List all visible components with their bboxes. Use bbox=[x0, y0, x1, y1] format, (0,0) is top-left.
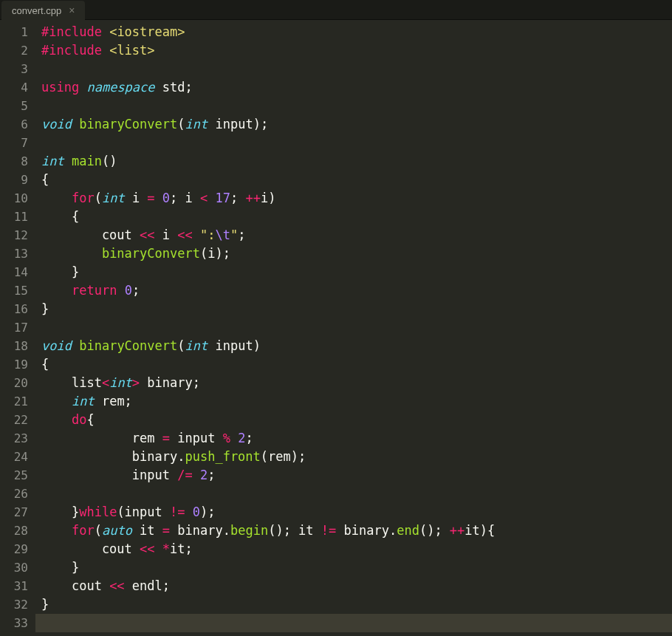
code-token: ": bbox=[200, 228, 215, 242]
code-token: auto bbox=[102, 523, 132, 538]
code-token bbox=[72, 338, 79, 353]
code-token bbox=[41, 523, 72, 538]
code-token: i bbox=[155, 228, 178, 242]
code-token: } bbox=[41, 597, 49, 612]
code-token: void bbox=[41, 117, 72, 131]
code-line: do{ bbox=[41, 411, 672, 429]
code-token: ( bbox=[95, 191, 102, 205]
line-number: 29 bbox=[0, 540, 28, 558]
code-line: binary.push_front(rem); bbox=[41, 448, 672, 466]
tab-bar: convert.cpp × bbox=[0, 0, 672, 20]
code-token: << bbox=[177, 228, 192, 242]
code-token: end bbox=[397, 523, 419, 538]
code-token: input bbox=[41, 468, 177, 482]
code-token bbox=[72, 117, 79, 131]
line-number: 12 bbox=[0, 226, 28, 245]
line-number: 5 bbox=[0, 97, 28, 115]
line-number: 17 bbox=[0, 318, 28, 337]
code-line bbox=[41, 60, 672, 78]
file-tab[interactable]: convert.cpp × bbox=[1, 1, 85, 20]
code-line bbox=[41, 485, 672, 503]
code-token: << bbox=[109, 578, 124, 593]
code-line: return 0; bbox=[41, 281, 672, 300]
code-token: binaryConvert bbox=[79, 338, 177, 353]
code-line: cout << *it; bbox=[41, 540, 672, 558]
line-number: 9 bbox=[0, 171, 28, 189]
code-token: = bbox=[162, 431, 170, 445]
code-token: \t bbox=[215, 228, 230, 242]
code-token: #include bbox=[41, 24, 102, 39]
line-number: 23 bbox=[0, 429, 28, 448]
code-token: begin bbox=[230, 523, 268, 538]
code-token: for bbox=[72, 191, 95, 205]
line-number: 11 bbox=[0, 208, 28, 226]
code-token: push_front bbox=[185, 449, 260, 464]
close-icon[interactable]: × bbox=[69, 5, 75, 16]
line-number: 22 bbox=[0, 411, 28, 429]
code-token: < bbox=[102, 375, 109, 390]
code-line: } bbox=[41, 263, 672, 281]
code-line: void binaryConvert(int input); bbox=[41, 115, 672, 134]
code-line: cout << i << ":\t"; bbox=[41, 226, 672, 245]
line-number: 7 bbox=[0, 134, 28, 152]
code-token: ; bbox=[132, 283, 140, 298]
code-line: using namespace std; bbox=[41, 78, 672, 97]
line-number: 30 bbox=[0, 558, 28, 577]
code-token: 17 bbox=[216, 191, 230, 205]
code-token: (rem); bbox=[261, 449, 306, 464]
code-token bbox=[185, 505, 193, 519]
code-token: i) bbox=[261, 191, 275, 205]
code-line: for(int i = 0; i < 17; ++i) bbox=[41, 189, 672, 208]
code-token: using bbox=[41, 80, 79, 95]
code-line: #include <list> bbox=[41, 41, 672, 60]
code-token: > bbox=[132, 375, 140, 390]
code-token: it bbox=[132, 523, 162, 538]
code-line: } bbox=[41, 595, 672, 614]
line-number: 2 bbox=[0, 41, 28, 60]
code-token bbox=[102, 43, 109, 58]
code-token: ; bbox=[230, 191, 245, 205]
code-token: #include bbox=[41, 43, 102, 58]
code-token: } bbox=[41, 301, 49, 316]
line-number: 26 bbox=[0, 485, 28, 503]
code-token: binary; bbox=[140, 375, 200, 390]
code-line: binaryConvert(i); bbox=[41, 245, 672, 263]
line-number: 14 bbox=[0, 263, 28, 281]
line-number: 1 bbox=[0, 23, 28, 41]
code-line: list<int> binary; bbox=[41, 374, 672, 392]
code-token bbox=[41, 412, 72, 427]
code-token: input); bbox=[208, 117, 268, 131]
code-area[interactable]: #include <iostream>#include <list> using… bbox=[35, 20, 672, 636]
code-token: binary. bbox=[170, 523, 230, 538]
line-number: 6 bbox=[0, 115, 28, 134]
code-token: << bbox=[140, 228, 154, 242]
code-line: for(auto it = binary.begin(); it != bina… bbox=[41, 522, 672, 540]
code-token: { bbox=[41, 172, 49, 187]
code-token: int bbox=[41, 154, 64, 168]
code-token bbox=[155, 191, 162, 205]
code-token bbox=[41, 191, 72, 205]
line-number-gutter: 1234567891011121314151617181920212223242… bbox=[0, 20, 35, 636]
code-token: (); it bbox=[268, 523, 321, 538]
code-token: 0 bbox=[162, 191, 170, 205]
code-line: cout << endl; bbox=[41, 577, 672, 595]
code-token: { bbox=[41, 209, 79, 224]
code-token: 2 bbox=[200, 468, 208, 482]
code-token: } bbox=[41, 264, 79, 279]
line-number: 25 bbox=[0, 466, 28, 485]
code-token: () bbox=[102, 154, 117, 168]
code-token: 2 bbox=[238, 431, 245, 445]
code-line: { bbox=[41, 171, 672, 189]
code-token: int bbox=[185, 338, 208, 353]
code-token: rem bbox=[41, 431, 162, 445]
code-token: = bbox=[162, 523, 170, 538]
tab-title: convert.cpp bbox=[12, 5, 61, 16]
code-token bbox=[193, 228, 200, 242]
code-token: int bbox=[185, 117, 208, 131]
code-token: binary. bbox=[336, 523, 397, 538]
code-token bbox=[117, 283, 124, 298]
line-number: 16 bbox=[0, 300, 28, 318]
code-token: } bbox=[41, 505, 79, 519]
code-token bbox=[230, 431, 238, 445]
line-number: 3 bbox=[0, 60, 28, 78]
